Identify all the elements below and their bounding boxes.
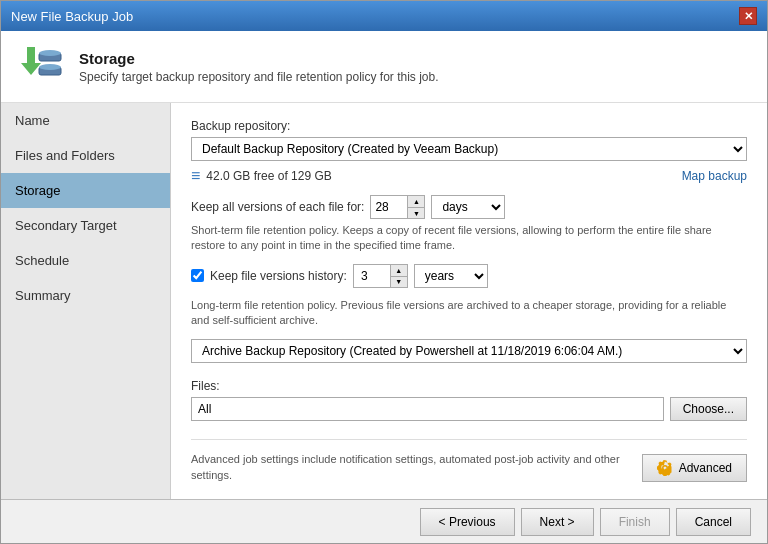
keep-history-checkbox[interactable] bbox=[191, 269, 204, 282]
header-icon bbox=[17, 43, 65, 91]
keep-versions-input[interactable] bbox=[371, 196, 407, 218]
sidebar-item-schedule[interactable]: Schedule bbox=[1, 243, 170, 278]
files-input[interactable] bbox=[191, 397, 664, 421]
svg-point-2 bbox=[39, 50, 61, 56]
keep-history-spin-down[interactable]: ▼ bbox=[391, 276, 407, 287]
title-bar: New File Backup Job ✕ bbox=[1, 1, 767, 31]
files-label: Files: bbox=[191, 379, 747, 393]
storage-icon-svg bbox=[17, 43, 65, 91]
storage-free-text: 42.0 GB free of 129 GB bbox=[206, 169, 331, 183]
storage-info-icon: ≡ bbox=[191, 167, 200, 185]
keep-versions-row: Keep all versions of each file for: ▲ ▼ … bbox=[191, 195, 747, 219]
choose-button[interactable]: Choose... bbox=[670, 397, 747, 421]
svg-marker-0 bbox=[21, 47, 41, 75]
sidebar-item-name[interactable]: Name bbox=[1, 103, 170, 138]
short-term-description: Short-term file retention policy. Keeps … bbox=[191, 223, 747, 254]
backup-repo-label: Backup repository: bbox=[191, 119, 747, 133]
archive-repo-row: Archive Backup Repository (Created by Po… bbox=[191, 339, 747, 373]
sidebar: Name Files and Folders Storage Secondary… bbox=[1, 103, 171, 499]
sidebar-item-secondary-target[interactable]: Secondary Target bbox=[1, 208, 170, 243]
header-section: Storage Specify target backup repository… bbox=[1, 31, 767, 103]
keep-versions-spin-up[interactable]: ▲ bbox=[408, 196, 424, 207]
files-row: Choose... bbox=[191, 397, 747, 421]
backup-repo-select[interactable]: Default Backup Repository (Created by Ve… bbox=[191, 137, 747, 161]
keep-versions-label: Keep all versions of each file for: bbox=[191, 200, 364, 214]
keep-history-unit-select[interactable]: days weeks months years bbox=[414, 264, 488, 288]
previous-button[interactable]: < Previous bbox=[420, 508, 515, 536]
finish-button[interactable]: Finish bbox=[600, 508, 670, 536]
storage-info-row: ≡ 42.0 GB free of 129 GB Map backup bbox=[191, 167, 747, 185]
svg-point-4 bbox=[39, 64, 61, 70]
cancel-button[interactable]: Cancel bbox=[676, 508, 751, 536]
next-button[interactable]: Next > bbox=[521, 508, 594, 536]
header-text: Storage Specify target backup repository… bbox=[79, 50, 439, 84]
window-title: New File Backup Job bbox=[11, 9, 133, 24]
close-button[interactable]: ✕ bbox=[739, 7, 757, 25]
footer: < Previous Next > Finish Cancel bbox=[1, 499, 767, 543]
header-description: Specify target backup repository and fil… bbox=[79, 70, 439, 84]
gear-icon bbox=[657, 460, 673, 476]
main-content: Name Files and Folders Storage Secondary… bbox=[1, 103, 767, 499]
backup-repo-row: Default Backup Repository (Created by Ve… bbox=[191, 137, 747, 161]
advanced-section: Advanced job settings include notificati… bbox=[191, 439, 747, 483]
advanced-label: Advanced bbox=[679, 461, 732, 475]
keep-history-spin-up[interactable]: ▲ bbox=[391, 265, 407, 276]
keep-history-label: Keep file versions history: bbox=[210, 269, 347, 283]
header-title: Storage bbox=[79, 50, 439, 67]
advanced-button[interactable]: Advanced bbox=[642, 454, 747, 482]
storage-info: ≡ 42.0 GB free of 129 GB bbox=[191, 167, 332, 185]
keep-history-input[interactable] bbox=[354, 265, 390, 287]
content-area: Backup repository: Default Backup Reposi… bbox=[171, 103, 767, 499]
sidebar-item-storage[interactable]: Storage bbox=[1, 173, 170, 208]
advanced-description: Advanced job settings include notificati… bbox=[191, 452, 626, 483]
keep-versions-unit-select[interactable]: days weeks months bbox=[431, 195, 505, 219]
archive-repo-select[interactable]: Archive Backup Repository (Created by Po… bbox=[191, 339, 747, 363]
keep-history-spinner: ▲ ▼ bbox=[353, 264, 408, 288]
keep-versions-spin-down[interactable]: ▼ bbox=[408, 207, 424, 218]
keep-versions-spinner: ▲ ▼ bbox=[370, 195, 425, 219]
long-term-description: Long-term file retention policy. Previou… bbox=[191, 298, 747, 329]
keep-history-row: Keep file versions history: ▲ ▼ days wee… bbox=[191, 264, 747, 288]
main-window: New File Backup Job ✕ Storage Specify ta… bbox=[0, 0, 768, 544]
sidebar-item-summary[interactable]: Summary bbox=[1, 278, 170, 313]
sidebar-item-files-and-folders[interactable]: Files and Folders bbox=[1, 138, 170, 173]
map-backup-link[interactable]: Map backup bbox=[682, 169, 747, 183]
